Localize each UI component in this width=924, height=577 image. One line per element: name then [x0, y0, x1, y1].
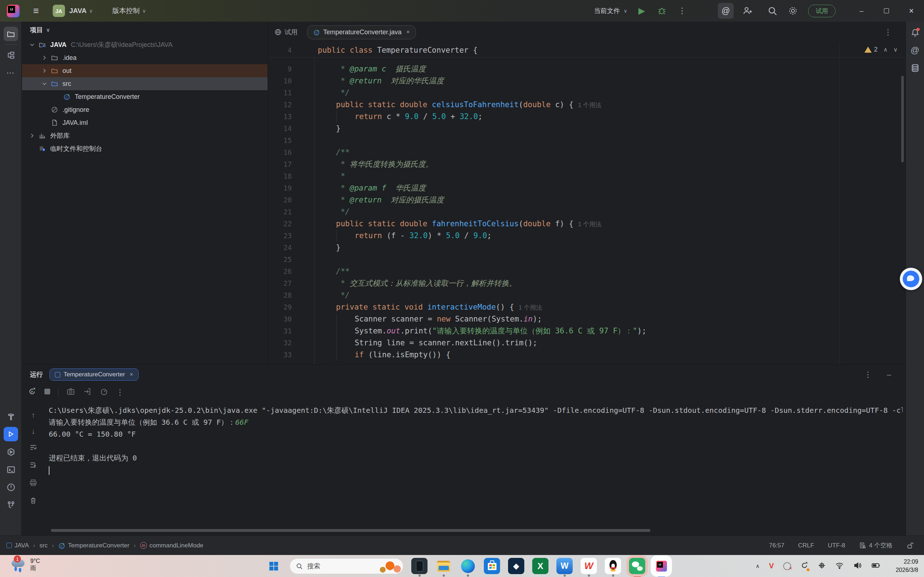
tree-item-temperatureconverter[interactable]: CTemperatureConverter — [22, 90, 268, 103]
code-line-20[interactable]: 20* @return 对应的摄氏温度 — [268, 194, 906, 206]
problems-tool-button[interactable] — [3, 480, 18, 494]
run-panel-options-icon[interactable]: ⋮ — [864, 370, 872, 379]
tree-item-java-iml[interactable]: JAVA.iml — [22, 116, 268, 129]
settings-button[interactable] — [788, 0, 798, 22]
taskbar-app-word-blue[interactable]: W — [556, 558, 573, 574]
code-line-26[interactable]: 26/** — [268, 266, 906, 277]
code-line-22[interactable]: 22public static double fahrenheitToCelsi… — [268, 218, 906, 230]
dump-threads-button[interactable] — [83, 387, 92, 397]
tray-disabled-device-icon[interactable]: × — [783, 562, 791, 570]
run-panel-title[interactable]: 运行 — [30, 370, 43, 379]
breadcrumb[interactable]: JAVA›src›CTemperatureConverter›mcommandL… — [6, 542, 203, 549]
tree-item-out[interactable]: out — [22, 64, 268, 77]
debug-button[interactable] — [657, 0, 667, 22]
run-button[interactable]: ▶ — [638, 0, 645, 22]
code-line-29[interactable]: 29private static void interactiveMode() … — [268, 301, 906, 313]
profiler-button[interactable] — [100, 387, 108, 397]
close-button[interactable]: × — [903, 0, 920, 22]
code-line-30[interactable]: 30Scanner scanner = new Scanner(System.i… — [268, 313, 906, 325]
print-button[interactable] — [29, 479, 37, 488]
code-line-18[interactable]: 18* — [268, 170, 906, 182]
search-everywhere-button[interactable] — [767, 0, 777, 22]
code-line-23[interactable]: 23return (f - 32.0) * 5.0 / 9.0; — [268, 230, 906, 242]
caret-position[interactable]: 76:57 — [769, 542, 785, 549]
stop-button[interactable] — [44, 388, 50, 396]
rerun-button[interactable] — [28, 387, 37, 397]
weather-widget[interactable]: 1 9°C 雨 — [11, 557, 40, 573]
run-tab-temperatureconverter[interactable]: TemperatureConverter × — [50, 368, 139, 381]
code-line-33[interactable]: 33if (line.isEmpty()) { — [268, 349, 906, 361]
taskbar-app-excel[interactable]: X — [532, 558, 548, 574]
database-tool-button[interactable] — [908, 61, 922, 75]
floating-assistant-button[interactable] — [900, 268, 922, 290]
chevron-right-icon[interactable] — [39, 67, 50, 74]
battery-icon[interactable] — [871, 561, 881, 571]
clear-console-button[interactable] — [29, 496, 37, 506]
main-menu-hamburger-icon[interactable]: ≡ — [33, 5, 39, 16]
tree-item-临时文件和控制台[interactable]: 临时文件和控制台 — [22, 142, 268, 155]
version-control-tool-button[interactable] — [3, 498, 18, 512]
breadcrumb-commandlinemode[interactable]: mcommandLineMode — [140, 542, 203, 549]
taskbar-app-wechat[interactable] — [629, 558, 645, 574]
minimize-button[interactable]: – — [853, 0, 870, 22]
close-run-tab-icon[interactable]: × — [129, 371, 133, 378]
commit-tool-button[interactable] — [3, 48, 18, 63]
memory-snapshot-button[interactable] — [66, 387, 75, 397]
prev-problem-icon[interactable]: ∧ — [884, 46, 888, 53]
terminal-tool-button[interactable] — [3, 462, 18, 477]
trial-badge[interactable]: 试用 — [808, 5, 835, 17]
inspections-widget[interactable]: 2 ∧ ∨ — [864, 46, 898, 53]
next-problem-icon[interactable]: ∨ — [893, 46, 898, 53]
code-line-25[interactable]: 25 — [268, 254, 906, 266]
volume-icon[interactable] — [853, 561, 862, 571]
code-line-32[interactable]: 32String line = scanner.nextLine().trim(… — [268, 337, 906, 349]
tree-item--idea[interactable]: .idea — [22, 51, 268, 64]
taskbar-app-qq[interactable] — [605, 558, 621, 574]
scroll-up-button[interactable]: ↑ — [31, 411, 35, 419]
tree-item-src[interactable]: src — [22, 77, 268, 90]
services-tool-button[interactable] — [3, 445, 18, 459]
code-line-21[interactable]: 21*/ — [268, 206, 906, 218]
editor-scrollbar[interactable] — [901, 76, 904, 163]
breadcrumb-java[interactable]: JAVA — [6, 542, 29, 549]
console-output[interactable]: C:\Users\朱彦硕\.jdks\openjdk-25.0.2\bin\ja… — [49, 405, 903, 476]
scroll-down-button[interactable]: ↓ — [31, 427, 35, 435]
tab-options-icon[interactable]: ⋮ — [884, 28, 892, 37]
file-encoding[interactable]: UTF-8 — [828, 542, 845, 549]
maximize-button[interactable] — [878, 0, 895, 22]
chevron-down-icon[interactable] — [39, 80, 50, 87]
code-line-27[interactable]: 27* 交互式模式：从标准输入读取一行，解析并转换。 — [268, 277, 906, 289]
chevron-right-icon[interactable] — [27, 132, 37, 139]
soft-wrap-button[interactable] — [29, 443, 37, 453]
tab-temperatureconverter-java[interactable]: C TemperatureConverter.java × — [307, 25, 416, 39]
hide-panel-icon[interactable]: – — [887, 370, 891, 379]
chevron-right-icon[interactable] — [39, 54, 50, 61]
code-line-17[interactable]: 17* 将华氏度转换为摄氏度。 — [268, 158, 906, 170]
tree-item-java[interactable]: JAVAC:\Users\朱彦硕\IdeaProjects\JAVA — [22, 38, 268, 51]
build-tool-button[interactable] — [3, 409, 18, 424]
code-line-10[interactable]: 10* @return 对应的华氏温度 — [268, 75, 906, 87]
project-tool-button[interactable] — [3, 27, 18, 41]
tray-crosshair-icon[interactable] — [818, 561, 826, 571]
code-line-28[interactable]: 28*/ — [268, 289, 906, 301]
code-line-24[interactable]: 24} — [268, 242, 906, 254]
code-line-13[interactable]: 13return c * 9.0 / 5.0 + 32.0; — [268, 111, 906, 123]
code-line-11[interactable]: 11*/ — [268, 87, 906, 99]
run-tool-button[interactable] — [3, 427, 18, 441]
taskbar-app-edge[interactable] — [460, 558, 476, 574]
more-actions-button[interactable]: ⋮ — [678, 0, 686, 22]
tab-trial[interactable]: 试用 — [275, 28, 297, 37]
unlock-icon[interactable] — [906, 542, 914, 549]
code-line-16[interactable]: 16/** — [268, 147, 906, 158]
taskbar-app-windows-start[interactable] — [265, 558, 282, 574]
taskbar-app-intellij-idea[interactable]: IJ — [653, 558, 669, 574]
run-widget[interactable]: 当前文件 ∨ — [594, 0, 627, 22]
code-line-19[interactable]: 19* @param f 华氏温度 — [268, 182, 906, 194]
taskbar-clock[interactable]: 22:09 2026/3/8 — [896, 558, 918, 574]
ai-assistant-tool-button[interactable]: @ — [908, 43, 922, 57]
notifications-button[interactable] — [908, 25, 922, 40]
breadcrumb-src[interactable]: src — [39, 542, 48, 549]
tray-sync-icon[interactable] — [801, 561, 808, 571]
code-line-14[interactable]: 14} — [268, 123, 906, 135]
taskbar-app-wps[interactable]: W — [581, 558, 597, 574]
